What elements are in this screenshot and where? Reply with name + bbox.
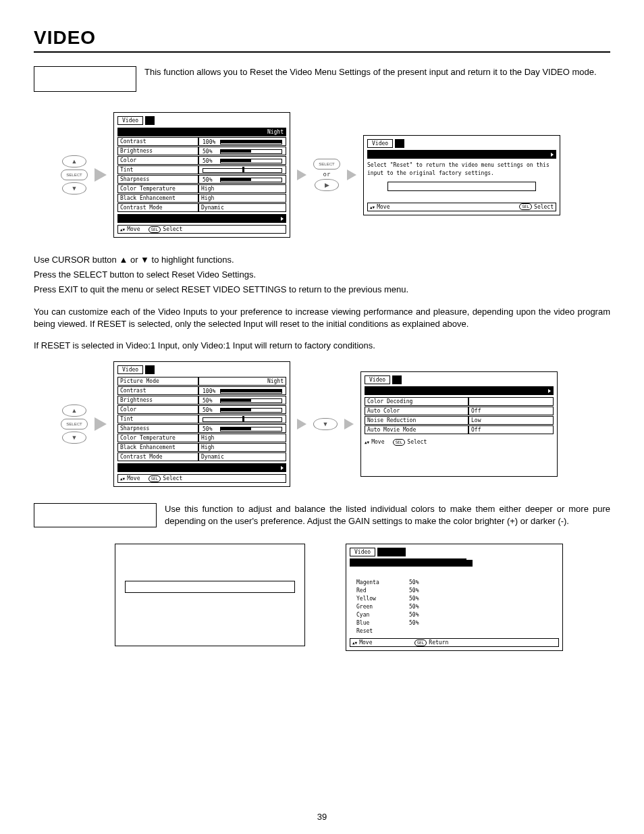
cursor-right-button[interactable]: ▶ xyxy=(315,179,339,191)
instruction-line-2: Press the SELECT button to select Reset … xyxy=(34,269,610,281)
select-button[interactable] xyxy=(313,159,340,170)
row-color[interactable]: Color xyxy=(117,156,198,165)
row-sharpness[interactable]: Sharpness xyxy=(117,424,198,433)
cm-desc-text: Use this function to adjust and balance … xyxy=(165,503,610,527)
row-brightness[interactable]: Brightness xyxy=(117,396,198,405)
cm-blue[interactable]: Blue xyxy=(356,619,397,627)
row-blackenh[interactable]: Black Enhancement xyxy=(117,194,198,203)
reset-desc-text: This function allows you to Reset the Vi… xyxy=(144,66,597,78)
cm-cyan[interactable]: Cyan xyxy=(356,611,397,619)
row-colortemp[interactable]: Color Temperature xyxy=(117,434,198,442)
section-color-management: Use this function to adjust and balance … xyxy=(34,503,610,527)
arrow-icon xyxy=(347,170,356,180)
figure-row-2: ▲ ▼ Video Picture ModeNight Contrast100%… xyxy=(61,361,610,487)
reset-message: Select "Reset" to return the video menu … xyxy=(367,161,556,178)
row-noise-reduction[interactable]: Noise Reduction xyxy=(365,416,468,425)
picture-mode-value: Night xyxy=(198,128,286,136)
osd-video-menu-2: Video Picture ModeNight Contrast100% Bri… xyxy=(113,361,290,487)
cm-label-box xyxy=(34,503,157,527)
remote-cursor-stack: ▲ ▼ xyxy=(61,155,88,194)
row-blackenh[interactable]: Black Enhancement xyxy=(117,443,198,452)
page-number: 39 xyxy=(0,812,644,822)
or-text: or xyxy=(323,171,331,178)
osd-color-management: Video Magenta50% Red50% Yellow50% Green5… xyxy=(346,544,563,651)
osd-title: Video xyxy=(117,116,143,125)
instruction-para-2: You can customize each of the Video Inpu… xyxy=(34,306,610,330)
select-button[interactable] xyxy=(61,170,88,180)
row-picture-mode[interactable]: Picture Mode xyxy=(117,377,198,386)
figure-row-1: ▲ ▼ Video Night Contrast100% Brightness5… xyxy=(61,112,610,238)
row-color-decoding[interactable]: Color Decoding xyxy=(365,397,468,406)
row-color[interactable]: Color xyxy=(117,405,198,414)
osd-color-decoding: Video Color Decoding Auto ColorOff Noise… xyxy=(360,371,558,477)
row-contrast[interactable]: Contrast xyxy=(117,137,198,146)
row-auto-movie[interactable]: Auto Movie Mode xyxy=(365,425,468,434)
cursor-down-button[interactable]: ▼ xyxy=(62,182,86,194)
arrow-icon xyxy=(297,419,306,429)
row-auto-color[interactable]: Auto Color xyxy=(365,407,468,415)
cursor-up-button[interactable]: ▲ xyxy=(62,405,86,417)
cm-magenta[interactable]: Magenta xyxy=(356,579,397,587)
osd-title: Video xyxy=(350,548,375,556)
cm-reset[interactable]: Reset xyxy=(356,627,397,635)
instruction-line-1: Use CURSOR button ▲ or ▼ to highlight fu… xyxy=(34,254,610,266)
osd-title: Video xyxy=(365,375,390,384)
remote-alt-stack: or ▶ xyxy=(313,159,340,191)
page-title: VIDEO xyxy=(34,27,610,49)
osd-title: Video xyxy=(117,365,143,374)
rule xyxy=(34,51,610,53)
arrow-icon xyxy=(95,168,107,182)
cursor-up-button[interactable]: ▲ xyxy=(62,155,86,167)
instruction-para-3: If RESET is selected in Video:1 Input, o… xyxy=(34,340,610,352)
row-brightness[interactable]: Brightness xyxy=(117,147,198,155)
cm-table: Magenta50% Red50% Yellow50% Green50% Cya… xyxy=(350,579,559,635)
osd-reset-confirm: Video Select "Reset" to return the video… xyxy=(363,135,560,215)
arrow-icon xyxy=(344,419,354,429)
row-tint[interactable]: Tint xyxy=(117,415,198,423)
reset-label-box xyxy=(34,66,136,92)
osd-title: Video xyxy=(367,139,393,148)
figure-row-3: Video Magenta50% Red50% Yellow50% Green5… xyxy=(115,544,610,651)
osd-video-menu-1: Video Night Contrast100% Brightness50% C… xyxy=(113,112,290,238)
row-tint[interactable]: Tint xyxy=(117,165,198,174)
row-contrastmode[interactable]: Contrast Mode xyxy=(117,203,198,212)
remote-cursor-stack: ▲ ▼ xyxy=(61,405,88,444)
row-contrast[interactable]: Contrast xyxy=(117,386,198,395)
cursor-down-button[interactable]: ▼ xyxy=(62,432,86,444)
instruction-line-3: Press EXIT to quit the menu or select RE… xyxy=(34,284,610,296)
arrow-icon xyxy=(95,417,107,431)
cm-green[interactable]: Green xyxy=(356,603,397,611)
cm-red[interactable]: Red xyxy=(356,587,397,595)
placeholder-box xyxy=(115,544,305,646)
row-contrastmode[interactable]: Contrast Mode xyxy=(117,452,198,461)
row-sharpness[interactable]: Sharpness xyxy=(117,175,198,184)
row-colortemp[interactable]: Color Temperature xyxy=(117,184,198,193)
arrow-icon xyxy=(297,170,306,180)
select-button[interactable] xyxy=(61,419,88,429)
cm-yellow[interactable]: Yellow xyxy=(356,595,397,603)
cursor-down-button[interactable]: ▼ xyxy=(313,418,338,430)
section-reset-desc: This function allows you to Reset the Vi… xyxy=(34,66,610,92)
